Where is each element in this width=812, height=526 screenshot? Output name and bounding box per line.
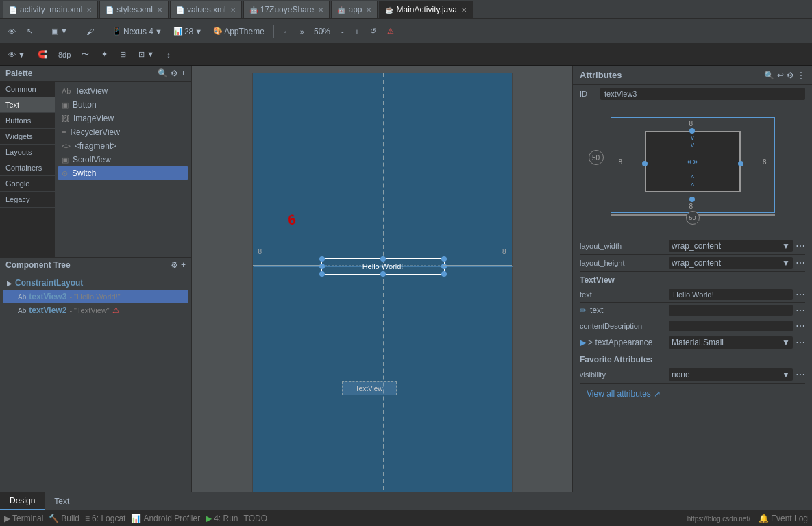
palette-item-switch[interactable]: ⊙ Switch [58, 166, 188, 180]
palette-cat-common[interactable]: Common [0, 82, 55, 97]
text-tab[interactable]: Text [45, 492, 79, 510]
api-btn[interactable]: 📊 28 ▼ [169, 25, 206, 38]
build-item[interactable]: 🔨 Build [49, 514, 79, 523]
profiler-item[interactable]: 📊 Android Profiler [131, 514, 200, 523]
brush-btn[interactable]: 🖌 [82, 25, 98, 38]
stars-btn[interactable]: ✦ [97, 49, 112, 60]
tab-styles[interactable]: 📄 styles.xml ✕ [99, 1, 169, 18]
content-desc-input[interactable] [669, 321, 793, 331]
tab-zuoyeshare[interactable]: 🤖 17ZuoyeShare ✕ [243, 1, 330, 18]
close-icon[interactable]: ✕ [230, 6, 236, 14]
close-icon[interactable]: ✕ [366, 6, 371, 14]
tree-item-constraintlayout[interactable]: ▶ ConstraintLayout [3, 276, 188, 290]
visibility-dropdown[interactable]: none ▼ [669, 368, 793, 381]
palette-search-btn[interactable]: 🔍 [158, 68, 168, 78]
hello-world-element[interactable]: Hello World! [321, 258, 445, 275]
tab-app[interactable]: 🤖 app ✕ [331, 1, 378, 18]
xml-icon: 📄 [9, 6, 17, 14]
palette-cat-containers[interactable]: Containers [0, 160, 55, 176]
text-editable-input[interactable] [669, 305, 793, 316]
refresh-btn[interactable]: ↺ [366, 25, 380, 38]
layout-height-dropdown[interactable]: wrap_content ▼ [669, 257, 793, 269]
id-input[interactable] [600, 88, 805, 100]
textview2-value: - "TextView" [69, 306, 109, 314]
magnet-btn[interactable]: 🧲 [34, 49, 51, 60]
close-icon[interactable]: ✕ [157, 6, 162, 14]
todo-item[interactable]: TODO [244, 514, 267, 523]
text-appearance-more[interactable]: ⋯ [796, 337, 805, 348]
visibility-more[interactable]: ⋯ [796, 369, 805, 380]
palette-item-scrollview[interactable]: ▣ ScrollView [58, 153, 188, 166]
main-layout: 👁 ↖ ▣ ▼ 🖌 📱 Nexus 4 ▼ 📊 28 ▼ 🎨 AppTheme … [0, 19, 812, 526]
separator [273, 25, 274, 38]
logcat-item[interactable]: ≡ 6: Logcat [85, 514, 125, 523]
tree-settings-btn[interactable]: ⚙ [171, 260, 178, 270]
palette-cat-layouts[interactable]: Layouts [0, 145, 55, 160]
palette-item-recyclerview[interactable]: ≡ RecyclerView [58, 125, 188, 139]
theme-btn[interactable]: 🎨 AppTheme [209, 25, 269, 38]
close-icon[interactable]: ✕ [461, 6, 467, 14]
zoom-btn[interactable]: 50% [310, 25, 334, 38]
zoom-out-btn[interactable]: - [337, 25, 348, 38]
eye-btn[interactable]: 👁 [4, 25, 20, 38]
margin-left-label: 8 [258, 248, 262, 255]
view-all-link[interactable]: View all attributes ↗ [580, 384, 805, 404]
attr-back-btn[interactable]: ↩ [777, 71, 784, 80]
palette-cat-buttons[interactable]: Buttons [0, 113, 55, 129]
palette-cat-widgets[interactable]: Widgets [0, 129, 55, 145]
content-area: Palette 🔍 ⚙ + Common Text Buttons Widget… [0, 66, 812, 492]
orientation-btn[interactable]: ▣ ▼ [47, 25, 72, 38]
zoom-in-btn[interactable]: + [351, 25, 363, 38]
palette-item-imageview[interactable]: 🖼 ImageView [58, 112, 188, 125]
layout-height-more[interactable]: ⋯ [796, 258, 805, 268]
layout-width-dropdown[interactable]: wrap_content ▼ [669, 240, 793, 252]
content-desc-more[interactable]: ⋯ [796, 321, 805, 331]
component-tree: Component Tree ⚙ + ▶ ConstraintLayout Ab… [0, 258, 191, 492]
layout-btn[interactable]: ⊞ [116, 49, 130, 60]
device-btn[interactable]: 📱 Nexus 4 ▼ [108, 25, 167, 38]
close-icon[interactable]: ✕ [318, 6, 323, 14]
palette-settings-btn[interactable]: ⚙ [171, 68, 178, 78]
run-item[interactable]: ▶ 4: Run [206, 514, 238, 523]
close-icon[interactable]: ✕ [86, 6, 92, 14]
align-btn[interactable]: ⊡ ▼ [134, 49, 158, 60]
text-appearance-dropdown[interactable]: Material.Small ▼ [669, 336, 793, 349]
attr-settings-btn[interactable]: ⚙ [787, 71, 794, 80]
palette-add-btn[interactable]: + [181, 68, 186, 78]
canvas-area[interactable]: Hello World! TextView 8 8 6 [192, 66, 572, 492]
palette-item-button[interactable]: ▣ Button [58, 98, 188, 112]
palette-cat-legacy[interactable]: Legacy [0, 192, 55, 208]
layout-icon: ▶ [7, 279, 12, 287]
view-btn[interactable]: 👁 ▼ [4, 49, 29, 60]
palette-item-fragment[interactable]: <> <fragment> [58, 139, 188, 153]
wave-btn[interactable]: 〜 [77, 48, 93, 61]
design-tab[interactable]: Design [0, 492, 45, 510]
text-editable-label: ✏ text [580, 305, 669, 315]
attr-menu-btn[interactable]: ⋮ [797, 71, 805, 80]
back-btn[interactable]: ← [279, 25, 295, 38]
event-icon: 🔔 [759, 514, 769, 523]
event-log-item[interactable]: 🔔 Event Log [759, 514, 808, 523]
text-more[interactable]: ⋯ [796, 289, 805, 300]
attr-search-btn[interactable]: 🔍 [764, 71, 774, 80]
left-constraint [253, 265, 321, 266]
text-input[interactable] [669, 289, 793, 300]
separator [77, 25, 77, 38]
palette-cat-text[interactable]: Text [0, 97, 55, 113]
text-editable-more[interactable]: ⋯ [796, 305, 805, 316]
terminal-item[interactable]: ▶ Terminal [4, 514, 43, 523]
vertical-btn[interactable]: ↕ [162, 49, 175, 60]
palette-item-textview[interactable]: Ab TextView [58, 84, 188, 98]
warning-btn[interactable]: ⚠ [383, 25, 398, 38]
tab-mainactivity[interactable]: ☕ MainActivity.java ✕ [379, 1, 472, 18]
textview-element[interactable]: TextView [342, 381, 397, 395]
tree-item-textview2[interactable]: Ab textView2 - "TextView" ⚠ [3, 303, 188, 317]
tree-item-textview3[interactable]: Ab textView3 - "Hello World!" [3, 290, 188, 303]
palette-categories: Common Text Buttons Widgets Layouts Cont… [0, 82, 55, 257]
tab-activity-main[interactable]: 📄 activity_main.xml ✕ [3, 1, 98, 18]
tree-add-btn[interactable]: + [181, 260, 186, 270]
palette-cat-google[interactable]: Google [0, 176, 55, 192]
layout-width-more[interactable]: ⋯ [796, 240, 805, 251]
tab-values[interactable]: 📄 values.xml ✕ [170, 1, 242, 18]
cursor-btn[interactable]: ↖ [23, 25, 37, 38]
